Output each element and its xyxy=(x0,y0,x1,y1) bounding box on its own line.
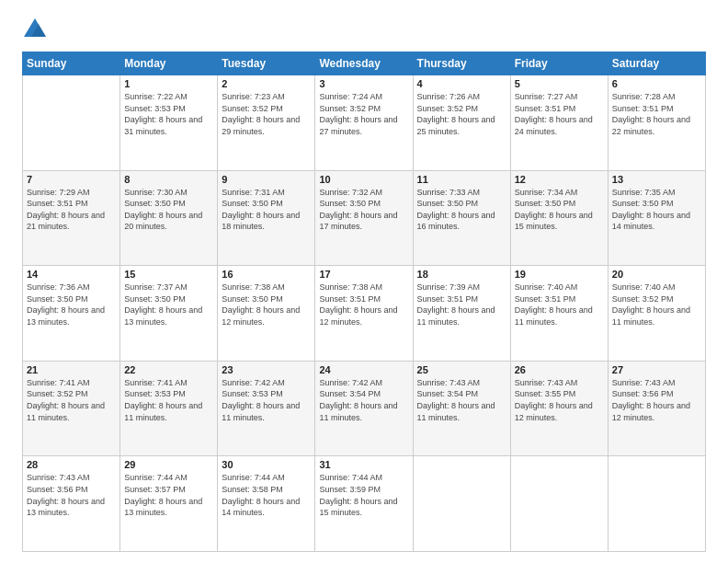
calendar-header-row: SundayMondayTuesdayWednesdayThursdayFrid… xyxy=(23,52,706,75)
logo xyxy=(22,17,51,42)
day-number: 18 xyxy=(417,269,506,280)
calendar-week-row: 7Sunrise: 7:29 AMSunset: 3:51 PMDaylight… xyxy=(23,170,706,266)
calendar-cell: 18Sunrise: 7:39 AMSunset: 3:51 PMDayligh… xyxy=(413,266,510,362)
calendar-cell xyxy=(510,456,608,552)
logo-icon xyxy=(22,17,48,42)
day-number: 11 xyxy=(417,174,506,185)
day-info: Sunrise: 7:43 AMSunset: 3:55 PMDaylight:… xyxy=(515,377,604,423)
day-info: Sunrise: 7:33 AMSunset: 3:50 PMDaylight:… xyxy=(417,187,506,233)
day-number: 21 xyxy=(27,364,116,375)
calendar-cell: 23Sunrise: 7:42 AMSunset: 3:53 PMDayligh… xyxy=(218,361,315,456)
calendar-cell xyxy=(23,75,120,171)
calendar-cell: 14Sunrise: 7:36 AMSunset: 3:50 PMDayligh… xyxy=(23,266,120,362)
calendar-day-header: Tuesday xyxy=(218,52,315,75)
day-info: Sunrise: 7:44 AMSunset: 3:58 PMDaylight:… xyxy=(222,472,311,518)
calendar-cell xyxy=(608,456,705,552)
day-number: 14 xyxy=(27,269,116,280)
calendar-cell: 6Sunrise: 7:28 AMSunset: 3:51 PMDaylight… xyxy=(608,75,705,171)
calendar-cell xyxy=(413,456,510,552)
calendar-cell: 16Sunrise: 7:38 AMSunset: 3:50 PMDayligh… xyxy=(218,266,315,362)
calendar-cell: 21Sunrise: 7:41 AMSunset: 3:52 PMDayligh… xyxy=(23,361,120,456)
day-number: 12 xyxy=(515,174,604,185)
calendar-cell: 7Sunrise: 7:29 AMSunset: 3:51 PMDaylight… xyxy=(23,170,120,266)
day-number: 10 xyxy=(319,174,408,185)
day-info: Sunrise: 7:41 AMSunset: 3:53 PMDaylight:… xyxy=(124,377,213,423)
calendar-day-header: Monday xyxy=(120,52,218,75)
calendar-cell: 24Sunrise: 7:42 AMSunset: 3:54 PMDayligh… xyxy=(315,361,413,456)
day-number: 2 xyxy=(222,78,311,89)
day-info: Sunrise: 7:41 AMSunset: 3:52 PMDaylight:… xyxy=(27,377,116,423)
day-info: Sunrise: 7:28 AMSunset: 3:51 PMDaylight:… xyxy=(612,91,701,137)
calendar-cell: 15Sunrise: 7:37 AMSunset: 3:50 PMDayligh… xyxy=(120,266,218,362)
day-info: Sunrise: 7:40 AMSunset: 3:51 PMDaylight:… xyxy=(515,282,604,327)
calendar-week-row: 14Sunrise: 7:36 AMSunset: 3:50 PMDayligh… xyxy=(23,266,706,362)
day-number: 29 xyxy=(124,459,213,470)
calendar-cell: 2Sunrise: 7:23 AMSunset: 3:52 PMDaylight… xyxy=(218,75,315,171)
day-info: Sunrise: 7:24 AMSunset: 3:52 PMDaylight:… xyxy=(319,91,408,137)
calendar-cell: 1Sunrise: 7:22 AMSunset: 3:53 PMDaylight… xyxy=(120,75,218,171)
calendar-cell: 4Sunrise: 7:26 AMSunset: 3:52 PMDaylight… xyxy=(413,75,510,171)
day-number: 25 xyxy=(417,364,506,375)
day-info: Sunrise: 7:38 AMSunset: 3:51 PMDaylight:… xyxy=(319,282,408,327)
day-info: Sunrise: 7:43 AMSunset: 3:56 PMDaylight:… xyxy=(612,377,701,423)
day-number: 5 xyxy=(515,78,604,89)
day-number: 13 xyxy=(612,174,701,185)
calendar-cell: 9Sunrise: 7:31 AMSunset: 3:50 PMDaylight… xyxy=(218,170,315,266)
day-number: 27 xyxy=(612,364,701,375)
day-number: 30 xyxy=(222,459,311,470)
calendar-cell: 31Sunrise: 7:44 AMSunset: 3:59 PMDayligh… xyxy=(315,456,413,552)
day-number: 26 xyxy=(515,364,604,375)
calendar-cell: 20Sunrise: 7:40 AMSunset: 3:52 PMDayligh… xyxy=(608,266,705,362)
day-number: 16 xyxy=(222,269,311,280)
day-info: Sunrise: 7:37 AMSunset: 3:50 PMDaylight:… xyxy=(124,282,213,327)
calendar-cell: 19Sunrise: 7:40 AMSunset: 3:51 PMDayligh… xyxy=(510,266,608,362)
day-number: 24 xyxy=(319,364,408,375)
day-number: 7 xyxy=(27,174,116,185)
day-number: 22 xyxy=(124,364,213,375)
calendar-cell: 27Sunrise: 7:43 AMSunset: 3:56 PMDayligh… xyxy=(608,361,705,456)
calendar-cell: 25Sunrise: 7:43 AMSunset: 3:54 PMDayligh… xyxy=(413,361,510,456)
day-info: Sunrise: 7:34 AMSunset: 3:50 PMDaylight:… xyxy=(515,187,604,233)
day-info: Sunrise: 7:43 AMSunset: 3:54 PMDaylight:… xyxy=(417,377,506,423)
day-number: 6 xyxy=(612,78,701,89)
calendar-cell: 26Sunrise: 7:43 AMSunset: 3:55 PMDayligh… xyxy=(510,361,608,456)
day-number: 19 xyxy=(515,269,604,280)
calendar-cell: 29Sunrise: 7:44 AMSunset: 3:57 PMDayligh… xyxy=(120,456,218,552)
day-info: Sunrise: 7:36 AMSunset: 3:50 PMDaylight:… xyxy=(27,282,116,327)
day-number: 31 xyxy=(319,459,408,470)
day-number: 23 xyxy=(222,364,311,375)
day-info: Sunrise: 7:44 AMSunset: 3:59 PMDaylight:… xyxy=(319,472,408,518)
day-info: Sunrise: 7:44 AMSunset: 3:57 PMDaylight:… xyxy=(124,472,213,518)
calendar-cell: 5Sunrise: 7:27 AMSunset: 3:51 PMDaylight… xyxy=(510,75,608,171)
day-info: Sunrise: 7:40 AMSunset: 3:52 PMDaylight:… xyxy=(612,282,701,327)
page: SundayMondayTuesdayWednesdayThursdayFrid… xyxy=(0,0,728,563)
calendar-cell: 17Sunrise: 7:38 AMSunset: 3:51 PMDayligh… xyxy=(315,266,413,362)
day-info: Sunrise: 7:42 AMSunset: 3:54 PMDaylight:… xyxy=(319,377,408,423)
day-number: 20 xyxy=(612,269,701,280)
day-number: 3 xyxy=(319,78,408,89)
day-number: 17 xyxy=(319,269,408,280)
day-info: Sunrise: 7:38 AMSunset: 3:50 PMDaylight:… xyxy=(222,282,311,327)
day-info: Sunrise: 7:29 AMSunset: 3:51 PMDaylight:… xyxy=(27,187,116,233)
calendar-week-row: 1Sunrise: 7:22 AMSunset: 3:53 PMDaylight… xyxy=(23,75,706,171)
day-number: 4 xyxy=(417,78,506,89)
day-info: Sunrise: 7:22 AMSunset: 3:53 PMDaylight:… xyxy=(124,91,213,137)
calendar-cell: 8Sunrise: 7:30 AMSunset: 3:50 PMDaylight… xyxy=(120,170,218,266)
day-number: 1 xyxy=(124,78,213,89)
calendar-day-header: Saturday xyxy=(608,52,705,75)
day-info: Sunrise: 7:39 AMSunset: 3:51 PMDaylight:… xyxy=(417,282,506,327)
calendar-cell: 13Sunrise: 7:35 AMSunset: 3:50 PMDayligh… xyxy=(608,170,705,266)
calendar-cell: 28Sunrise: 7:43 AMSunset: 3:56 PMDayligh… xyxy=(23,456,120,552)
day-info: Sunrise: 7:30 AMSunset: 3:50 PMDaylight:… xyxy=(124,187,213,233)
day-info: Sunrise: 7:42 AMSunset: 3:53 PMDaylight:… xyxy=(222,377,311,423)
calendar-cell: 22Sunrise: 7:41 AMSunset: 3:53 PMDayligh… xyxy=(120,361,218,456)
day-number: 8 xyxy=(124,174,213,185)
day-number: 28 xyxy=(27,459,116,470)
calendar-cell: 12Sunrise: 7:34 AMSunset: 3:50 PMDayligh… xyxy=(510,170,608,266)
day-info: Sunrise: 7:31 AMSunset: 3:50 PMDaylight:… xyxy=(222,187,311,233)
day-info: Sunrise: 7:35 AMSunset: 3:50 PMDaylight:… xyxy=(612,187,701,233)
calendar-cell: 3Sunrise: 7:24 AMSunset: 3:52 PMDaylight… xyxy=(315,75,413,171)
calendar-week-row: 28Sunrise: 7:43 AMSunset: 3:56 PMDayligh… xyxy=(23,456,706,552)
calendar-day-header: Sunday xyxy=(23,52,120,75)
calendar-table: SundayMondayTuesdayWednesdayThursdayFrid… xyxy=(22,52,706,552)
